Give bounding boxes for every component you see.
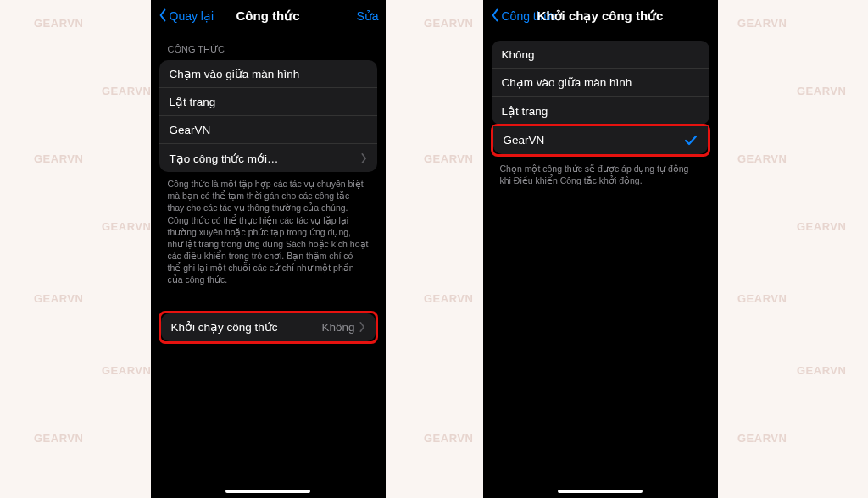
option-footer: Chọn một công thức sẽ được áp dụng tự độ… [492,157,709,192]
highlighted-option: GearVN [491,124,710,157]
back-label: Công thức [502,9,557,23]
option-row[interactable]: Lật trang [492,97,709,125]
phone-right: Công thức Khởi chạy công thức Không Chạm… [483,0,718,498]
recipe-description: Công thức là một tập hợp các tác vụ chuy… [159,172,377,292]
home-indicator [225,490,310,493]
recipe-label: GearVN [170,124,211,136]
option-label: Lật trang [502,104,548,118]
highlighted-row: Khởi chạy công thức Không [159,311,378,344]
option-row[interactable]: Chạm vào giữa màn hình [492,69,709,97]
option-row[interactable]: Không [492,41,709,69]
back-button[interactable]: Quay lại [158,8,214,25]
chevron-left-icon [158,8,168,25]
nav-bar: Quay lại Công thức Sửa [151,0,386,32]
create-recipe-row[interactable]: Tạo công thức mới… [159,144,377,172]
option-list: Không Chạm vào giữa màn hình Lật trang [492,41,709,125]
back-button[interactable]: Công thức [490,8,557,25]
phone-left: Quay lại Công thức Sửa CÔNG THỨC Chạm và… [151,0,386,498]
option-row-selected[interactable]: GearVN [493,126,708,154]
recipe-row[interactable]: Chạm vào giữa màn hình [159,60,377,88]
chevron-right-icon [359,322,365,332]
option-label: GearVN [504,134,545,147]
edit-button[interactable]: Sửa [356,9,378,23]
home-indicator [558,490,643,493]
recipe-row[interactable]: Lật trang [159,88,377,116]
option-label: Chạm vào giữa màn hình [502,75,632,89]
checkmark-icon [684,135,698,147]
back-label: Quay lại [170,9,214,23]
recipe-row[interactable]: GearVN [159,116,377,144]
option-label: Không [502,48,535,61]
recipe-label: Chạm vào giữa màn hình [170,67,300,80]
launch-recipe-value: Không [321,321,354,334]
launch-recipe-row[interactable]: Khởi chạy công thức Không [161,313,376,341]
chevron-left-icon [490,8,500,25]
launch-recipe-label: Khởi chạy công thức [171,320,278,334]
nav-bar: Công thức Khởi chạy công thức [483,0,718,32]
section-header: CÔNG THỨC [159,32,377,60]
create-recipe-label: Tạo công thức mới… [170,152,279,165]
recipe-list: Chạm vào giữa màn hình Lật trang GearVN … [159,60,377,172]
chevron-right-icon [360,153,367,163]
recipe-label: Lật trang [170,95,216,108]
